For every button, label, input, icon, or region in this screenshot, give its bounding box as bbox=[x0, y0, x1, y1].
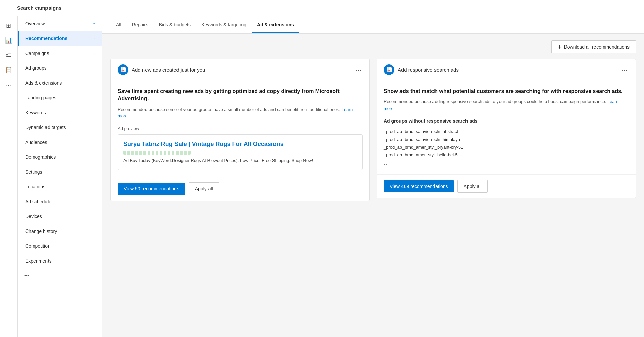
nav-icon-more[interactable]: ··· bbox=[2, 78, 15, 92]
sidebar-item-label: Settings bbox=[25, 169, 42, 175]
sidebar-item-label: Overview bbox=[25, 21, 45, 26]
download-icon: ⬇ bbox=[558, 44, 562, 50]
download-btn-label: Download all recommendations bbox=[564, 44, 630, 50]
more-icon: ••• bbox=[24, 273, 29, 278]
card2-reason: Recommended because adding responsive se… bbox=[384, 98, 629, 112]
chart-icon-2: 📈 bbox=[386, 67, 392, 72]
card2-view-button[interactable]: View 469 recommendations bbox=[384, 180, 454, 192]
sidebar-item-campaigns[interactable]: Campaigns ⌂ bbox=[18, 46, 102, 61]
sidebar-item-label: Dynamic ad targets bbox=[25, 125, 66, 130]
home-icon: ⌂ bbox=[93, 36, 95, 41]
card2-more-button[interactable]: ··· bbox=[620, 66, 629, 74]
sidebar-item-label: Locations bbox=[25, 184, 45, 189]
sidebar-item-label: Ads & extensions bbox=[25, 80, 62, 86]
card2-actions: View 469 recommendations Apply all bbox=[377, 174, 636, 198]
sidebar-item-keywords[interactable]: Keywords bbox=[18, 105, 102, 120]
ad-preview-url-bar bbox=[123, 151, 191, 155]
ad-preview-section: Ad preview Surya Tabriz Rug Sale | Vinta… bbox=[111, 126, 369, 177]
nav-icon-ads[interactable]: 📋 bbox=[2, 63, 15, 77]
page-title: Search campaigns bbox=[17, 5, 62, 11]
card2-header-left: 📈 Add responsive search ads bbox=[384, 64, 459, 75]
sidebar-item-label: Devices bbox=[25, 214, 42, 219]
sidebar-item-label: Change history bbox=[25, 228, 57, 234]
tab-repairs[interactable]: Repairs bbox=[127, 17, 154, 33]
ad-preview-box: Surya Tabriz Rug Sale | Vintage Rugs For… bbox=[118, 134, 363, 170]
adgroup-item-1: _prod_ab_brnd_safavieh_cln_abstract bbox=[384, 128, 629, 135]
top-bar: Search campaigns bbox=[0, 0, 644, 16]
sidebar-item-landing-pages[interactable]: Landing pages bbox=[18, 90, 102, 105]
tab-bids-budgets[interactable]: Bids & budgets bbox=[154, 17, 196, 33]
card2-apply-button[interactable]: Apply all bbox=[457, 180, 488, 193]
sidebar-item-ads-extensions[interactable]: Ads & extensions bbox=[18, 75, 102, 90]
sidebar-item-overview[interactable]: Overview ⌂ bbox=[18, 16, 102, 31]
adgroup-item-3: _prod_ab_brnd_amer_styl_bryant-bry-51 bbox=[384, 143, 629, 151]
card1-view-button[interactable]: View 50 recommendations bbox=[118, 183, 185, 195]
cards-container: 📈 Add new ads created just for you ··· S… bbox=[110, 59, 636, 201]
sidebar-item-locations[interactable]: Locations bbox=[18, 179, 102, 194]
sidebar-item-audiences[interactable]: Audiences bbox=[18, 135, 102, 150]
sidebar-item-label: Recommendations bbox=[25, 36, 67, 41]
card1-icon: 📈 bbox=[118, 64, 128, 75]
adgroups-section: Ad groups without responsive search ads … bbox=[377, 118, 636, 174]
sidebar-item-devices[interactable]: Devices bbox=[18, 209, 102, 224]
sidebar: Overview ⌂ Recommendations ⌂ Campaigns ⌂… bbox=[18, 16, 102, 337]
tab-keywords-targeting[interactable]: Keywords & targeting bbox=[196, 17, 252, 33]
card1-more-button[interactable]: ··· bbox=[354, 66, 363, 74]
sidebar-more-items[interactable]: ••• bbox=[18, 268, 102, 283]
card1-header-left: 📈 Add new ads created just for you bbox=[118, 64, 205, 75]
card1-actions: View 50 recommendations Apply all bbox=[111, 177, 369, 201]
card1-title: Add new ads created just for you bbox=[132, 67, 205, 73]
chart-icon: 📈 bbox=[120, 67, 126, 72]
sidebar-item-label: Campaigns bbox=[25, 51, 49, 56]
sidebar-item-dynamic-ad-targets[interactable]: Dynamic ad targets bbox=[18, 120, 102, 135]
sidebar-item-competition[interactable]: Competition bbox=[18, 239, 102, 253]
adgroup-item-2: _prod_ab_brnd_safavieh_cln_himalaya bbox=[384, 135, 629, 143]
sidebar-item-label: Landing pages bbox=[25, 95, 56, 100]
card2-icon: 📈 bbox=[384, 64, 394, 75]
icon-rail: ⊞ 📊 🏷 📋 ··· bbox=[0, 16, 18, 337]
tab-ad-extensions[interactable]: Ad & extensions bbox=[252, 17, 299, 33]
ad-preview-title: Surya Tabriz Rug Sale | Vintage Rugs For… bbox=[123, 140, 357, 148]
sidebar-item-demographics[interactable]: Demographics bbox=[18, 150, 102, 164]
sidebar-item-label: Competition bbox=[25, 243, 51, 249]
card1-apply-button[interactable]: Apply all bbox=[189, 182, 219, 195]
sidebar-item-label: Audiences bbox=[25, 140, 47, 145]
sidebar-item-label: Demographics bbox=[25, 154, 56, 160]
nav-icon-recommendations[interactable]: 📊 bbox=[2, 34, 15, 47]
home-icon: ⌂ bbox=[93, 21, 95, 26]
sidebar-item-ad-schedule[interactable]: Ad schedule bbox=[18, 194, 102, 209]
hamburger-menu[interactable] bbox=[5, 6, 11, 10]
sidebar-item-label: Experiments bbox=[25, 258, 52, 264]
card2-header: 📈 Add responsive search ads ··· bbox=[377, 59, 636, 81]
card1-body: Save time spent creating new ads by gett… bbox=[111, 81, 369, 126]
adgroup-item-4: _prod_ab_brnd_amer_styl_bella-bel-5 bbox=[384, 151, 629, 159]
tabs-bar: All Repairs Bids & budgets Keywords & ta… bbox=[102, 16, 644, 34]
ad-preview-label: Ad preview bbox=[118, 126, 363, 131]
sidebar-item-ad-groups[interactable]: Ad groups bbox=[18, 61, 102, 75]
sidebar-item-experiments[interactable]: Experiments bbox=[18, 253, 102, 268]
sidebar-item-label: Ad schedule bbox=[25, 199, 51, 204]
adgroups-title: Ad groups without responsive search ads bbox=[384, 118, 629, 124]
content-area: ⬇ Download all recommendations 📈 Add new… bbox=[102, 34, 644, 208]
card-new-ads: 📈 Add new ads created just for you ··· S… bbox=[110, 59, 370, 201]
main-content: All Repairs Bids & budgets Keywords & ta… bbox=[102, 16, 644, 337]
nav-icon-campaigns[interactable]: 🏷 bbox=[2, 49, 15, 62]
tab-all[interactable]: All bbox=[110, 17, 127, 33]
download-all-button[interactable]: ⬇ Download all recommendations bbox=[551, 40, 636, 53]
card2-body: Show ads that match what potential custo… bbox=[377, 81, 636, 118]
card2-headline: Show ads that match what potential custo… bbox=[384, 88, 629, 95]
ad-preview-desc: Ad Buy Today (KeyWord:Designer Rugs At B… bbox=[123, 157, 357, 164]
sidebar-item-change-history[interactable]: Change history bbox=[18, 224, 102, 239]
nav-icon-overview[interactable]: ⊞ bbox=[2, 19, 15, 32]
adgroup-ellipsis: … bbox=[384, 159, 629, 167]
download-bar: ⬇ Download all recommendations bbox=[110, 40, 636, 53]
card1-headline: Save time spent creating new ads by gett… bbox=[118, 88, 363, 103]
card1-header: 📈 Add new ads created just for you ··· bbox=[111, 59, 369, 81]
sidebar-item-label: Keywords bbox=[25, 110, 46, 115]
sidebar-item-settings[interactable]: Settings bbox=[18, 164, 102, 179]
card-responsive-ads: 📈 Add responsive search ads ··· Show ads… bbox=[377, 59, 636, 198]
card2-title: Add responsive search ads bbox=[398, 67, 459, 73]
home-icon: ⌂ bbox=[93, 51, 95, 56]
sidebar-item-label: Ad groups bbox=[25, 65, 47, 71]
sidebar-item-recommendations[interactable]: Recommendations ⌂ bbox=[18, 31, 102, 46]
